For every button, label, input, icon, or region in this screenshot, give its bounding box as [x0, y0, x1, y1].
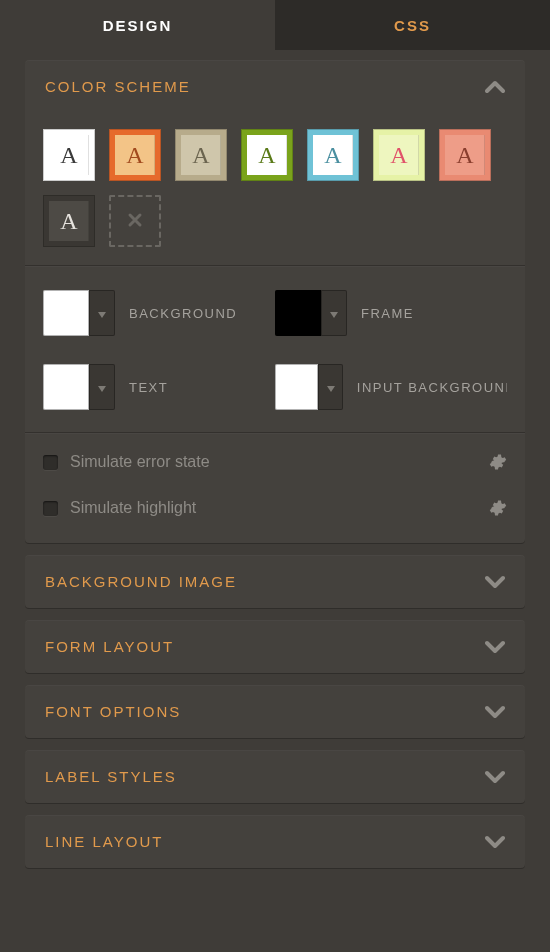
tab-bar: DESIGN CSS — [0, 0, 550, 50]
color-well[interactable] — [43, 364, 89, 410]
color-dropdown[interactable] — [318, 364, 342, 410]
chevron-up-icon — [485, 80, 505, 94]
section-header-color-scheme[interactable]: COLOR SCHEME — [25, 60, 525, 113]
section-label-styles: LABEL STYLES — [25, 750, 525, 803]
section-title: BACKGROUND IMAGE — [45, 573, 237, 590]
color-well[interactable] — [43, 290, 89, 336]
color-field-background: BACKGROUND — [43, 290, 275, 336]
chevron-down-icon — [485, 705, 505, 719]
color-label: BACKGROUND — [129, 306, 237, 321]
color-scheme-swatch[interactable]: A — [307, 129, 359, 181]
simulate-highlight-label: Simulate highlight — [70, 499, 196, 517]
color-field-text: TEXT — [43, 364, 275, 410]
color-well[interactable] — [275, 290, 321, 336]
section-line-layout: LINE LAYOUT — [25, 815, 525, 868]
simulate-highlight-checkbox[interactable] — [43, 501, 58, 516]
section-title: LABEL STYLES — [45, 768, 177, 785]
section-color-scheme: COLOR SCHEME A A A A A A A A — [25, 60, 525, 543]
color-scheme-swatch[interactable]: A — [439, 129, 491, 181]
simulate-error-checkbox[interactable] — [43, 455, 58, 470]
caret-down-icon — [98, 379, 106, 395]
caret-down-icon — [327, 379, 335, 395]
color-label: INPUT BACKGROUND — [357, 380, 507, 395]
color-scheme-swatch[interactable]: A — [109, 129, 161, 181]
color-scheme-swatch[interactable]: A — [43, 129, 95, 181]
color-dropdown[interactable] — [89, 290, 115, 336]
simulate-error-label: Simulate error state — [70, 453, 210, 471]
color-scheme-swatch[interactable]: A — [241, 129, 293, 181]
section-form-layout: FORM LAYOUT — [25, 620, 525, 673]
chevron-down-icon — [485, 640, 505, 654]
caret-down-icon — [330, 305, 338, 321]
section-font-options: FONT OPTIONS — [25, 685, 525, 738]
caret-down-icon — [98, 305, 106, 321]
section-title: FONT OPTIONS — [45, 703, 181, 720]
add-scheme-button[interactable] — [109, 195, 161, 247]
color-scheme-swatch[interactable]: A — [175, 129, 227, 181]
chevron-down-icon — [485, 575, 505, 589]
section-title: LINE LAYOUT — [45, 833, 163, 850]
swatch-grid: A A A A A A A A — [25, 114, 525, 265]
color-field-frame: FRAME — [275, 290, 507, 336]
color-dropdown[interactable] — [321, 290, 347, 336]
color-field-input-background: INPUT BACKGROUND — [275, 364, 507, 410]
tab-css[interactable]: CSS — [275, 0, 550, 50]
tab-design[interactable]: DESIGN — [0, 0, 275, 50]
color-scheme-swatch[interactable]: A — [43, 195, 95, 247]
color-label: TEXT — [129, 380, 168, 395]
section-header-font-options[interactable]: FONT OPTIONS — [25, 685, 525, 738]
section-background-image: BACKGROUND IMAGE — [25, 555, 525, 608]
chevron-down-icon — [485, 835, 505, 849]
section-header-form-layout[interactable]: FORM LAYOUT — [25, 620, 525, 673]
section-header-label-styles[interactable]: LABEL STYLES — [25, 750, 525, 803]
simulate-highlight-row: Simulate highlight — [43, 485, 507, 531]
simulate-error-row: Simulate error state — [43, 439, 507, 485]
section-title: COLOR SCHEME — [45, 78, 191, 95]
color-scheme-swatch[interactable]: A — [373, 129, 425, 181]
section-title: FORM LAYOUT — [45, 638, 174, 655]
color-label: FRAME — [361, 306, 414, 321]
color-well[interactable] — [275, 364, 318, 410]
close-icon — [126, 211, 144, 232]
gear-icon[interactable] — [489, 499, 507, 517]
chevron-down-icon — [485, 770, 505, 784]
section-header-background-image[interactable]: BACKGROUND IMAGE — [25, 555, 525, 608]
section-header-line-layout[interactable]: LINE LAYOUT — [25, 815, 525, 868]
color-dropdown[interactable] — [89, 364, 115, 410]
gear-icon[interactable] — [489, 453, 507, 471]
